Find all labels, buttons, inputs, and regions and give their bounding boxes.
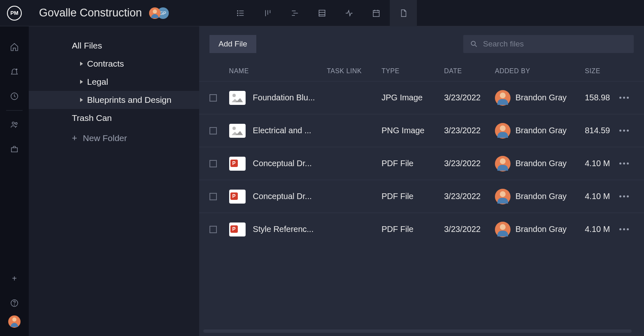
avatar-icon xyxy=(495,222,511,237)
folder-blueprints[interactable]: Blueprints and Design xyxy=(29,91,199,109)
table-row[interactable]: Electrical and ... PNG Image 3/23/2022 B… xyxy=(199,114,644,147)
board-icon xyxy=(263,9,272,18)
folder-all-files[interactable]: All Files xyxy=(29,37,199,55)
row-checkbox[interactable] xyxy=(209,160,217,167)
new-folder-button[interactable]: + New Folder xyxy=(29,127,199,148)
col-name[interactable]: NAME xyxy=(229,67,327,75)
view-tabs xyxy=(227,0,417,26)
file-date: 3/23/2022 xyxy=(444,225,495,234)
view-tab-list[interactable] xyxy=(227,0,254,26)
svg-rect-15 xyxy=(373,10,380,16)
file-type: PDF File xyxy=(382,225,444,234)
folder-label: Legal xyxy=(87,77,108,87)
file-name: Conceptual Dr... xyxy=(253,192,312,201)
rail-divider xyxy=(6,110,23,111)
left-rail: + xyxy=(0,26,29,336)
table-header: NAME TASK LINK TYPE DATE ADDED BY SIZE xyxy=(199,61,644,81)
table-row[interactable]: Foundation Blu... JPG Image 3/23/2022 Br… xyxy=(199,81,644,114)
svg-point-26 xyxy=(471,41,475,45)
svg-line-27 xyxy=(475,45,477,46)
people-icon xyxy=(10,120,19,129)
row-checkbox[interactable] xyxy=(209,94,217,102)
plus-icon: + xyxy=(72,133,77,144)
view-tab-table[interactable] xyxy=(308,0,336,26)
table-row[interactable]: Conceptual Dr... PDF File 3/23/2022 Bran… xyxy=(199,147,644,180)
app-logo[interactable]: PM xyxy=(0,0,29,26)
rail-notifications[interactable] xyxy=(0,59,29,84)
rail-home[interactable] xyxy=(0,35,29,59)
row-menu-button[interactable] xyxy=(619,195,629,197)
file-name: Electrical and ... xyxy=(253,126,311,135)
add-file-button[interactable]: Add File xyxy=(209,35,256,53)
rail-add[interactable]: + xyxy=(0,266,29,291)
home-icon xyxy=(10,42,19,51)
avatar-member-1[interactable] xyxy=(149,7,161,19)
file-date: 3/23/2022 xyxy=(444,192,495,201)
file-size: 4.10 M xyxy=(585,192,614,201)
folder-label: Trash Can xyxy=(72,113,112,123)
rail-user-avatar[interactable] xyxy=(8,315,21,328)
folder-trash[interactable]: Trash Can xyxy=(29,109,199,127)
clock-icon xyxy=(10,92,19,101)
folder-label: Contracts xyxy=(87,59,124,69)
list-icon xyxy=(236,9,245,18)
table-row[interactable]: Style Referenc... PDF File 3/23/2022 Bra… xyxy=(199,213,644,246)
row-checkbox[interactable] xyxy=(209,127,217,134)
file-type: PDF File xyxy=(382,192,444,201)
file-name: Style Referenc... xyxy=(253,225,314,234)
file-thumb-icon xyxy=(229,124,246,138)
file-added-by: Brandon Gray xyxy=(515,225,567,234)
svg-point-4 xyxy=(237,13,238,14)
main-panel: Add File NAME TASK LINK TYPE DATE ADDED … xyxy=(199,26,644,336)
view-tab-board[interactable] xyxy=(254,0,281,26)
topbar: PM Govalle Construction GP xyxy=(0,0,644,26)
avatar-icon xyxy=(495,123,511,139)
briefcase-icon xyxy=(10,145,19,154)
rail-portfolio[interactable] xyxy=(0,137,29,162)
file-size: 158.98 xyxy=(585,93,614,102)
view-tab-files[interactable] xyxy=(390,0,417,26)
file-name: Conceptual Dr... xyxy=(253,159,312,168)
folder-legal[interactable]: Legal xyxy=(29,73,199,91)
col-date[interactable]: DATE xyxy=(444,67,495,75)
view-tab-gantt[interactable] xyxy=(281,0,308,26)
file-date: 3/23/2022 xyxy=(444,93,495,102)
file-size: 814.59 xyxy=(585,126,614,135)
file-type: JPG Image xyxy=(382,93,444,102)
rail-recent[interactable] xyxy=(0,84,29,109)
col-added[interactable]: ADDED BY xyxy=(495,67,585,75)
svg-rect-12 xyxy=(319,10,325,16)
calendar-icon xyxy=(372,9,381,18)
file-date: 3/23/2022 xyxy=(444,159,495,168)
folder-label: All Files xyxy=(72,41,102,51)
avatar-icon xyxy=(495,156,511,171)
row-checkbox[interactable] xyxy=(209,226,217,233)
horizontal-scrollbar[interactable] xyxy=(203,329,632,333)
col-type[interactable]: TYPE xyxy=(382,67,444,75)
search-input[interactable] xyxy=(483,39,627,49)
search-box[interactable] xyxy=(463,35,634,53)
table-icon xyxy=(317,9,327,18)
file-name: Foundation Blu... xyxy=(253,93,315,102)
col-task[interactable]: TASK LINK xyxy=(327,67,382,75)
rail-help[interactable] xyxy=(0,291,29,315)
rail-team[interactable] xyxy=(0,112,29,137)
file-added-by: Brandon Gray xyxy=(515,192,567,201)
new-folder-label: New Folder xyxy=(83,133,127,143)
row-menu-button[interactable] xyxy=(619,130,629,132)
svg-point-25 xyxy=(14,305,15,305)
avatar-icon xyxy=(495,90,511,106)
table-row[interactable]: Conceptual Dr... PDF File 3/23/2022 Bran… xyxy=(199,180,644,213)
view-tab-activity[interactable] xyxy=(336,0,363,26)
row-menu-button[interactable] xyxy=(619,97,629,99)
caret-right-icon xyxy=(80,80,83,84)
view-tab-calendar[interactable] xyxy=(363,0,390,26)
folder-contracts[interactable]: Contracts xyxy=(29,55,199,73)
file-type: PNG Image xyxy=(382,126,444,135)
row-menu-button[interactable] xyxy=(619,228,629,230)
row-checkbox[interactable] xyxy=(209,193,217,200)
avatar-icon xyxy=(495,189,511,204)
col-size[interactable]: SIZE xyxy=(585,67,614,75)
row-menu-button[interactable] xyxy=(619,162,629,165)
folder-label: Blueprints and Design xyxy=(87,95,171,105)
